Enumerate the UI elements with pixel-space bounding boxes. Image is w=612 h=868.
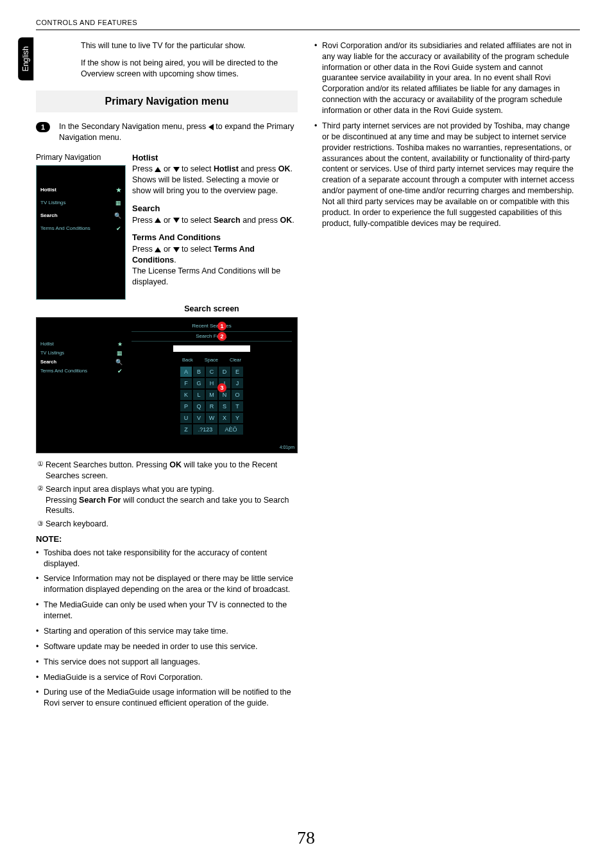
search-body: Press or to select Search and press OK. (132, 215, 298, 226)
step-badge-1: 1 (36, 122, 50, 132)
fig1-item-search: Search🔍 (40, 209, 121, 222)
arrow-down-icon (173, 167, 180, 172)
key-k: K (180, 390, 192, 400)
key-y: Y (232, 413, 243, 423)
key-f: F (180, 378, 192, 388)
note-1: Toshiba does not take responsibility for… (36, 548, 298, 569)
key-p: P (180, 401, 192, 412)
key-u: U (180, 413, 192, 423)
star-icon: ★ (117, 340, 123, 348)
tac-title: Terms And Conditions (132, 232, 298, 243)
note-4: Starting and operation of this service m… (36, 626, 298, 637)
search-icon: 🔍 (114, 210, 121, 221)
key-v: V (193, 413, 205, 423)
circled-3-icon: ③ (36, 519, 44, 527)
keyboard-bottom-row: Z .?123 AÈÖ (132, 424, 292, 435)
right-column: Rovi Corporation and/or its subsidiaries… (314, 40, 576, 713)
circled-1-icon: ① (36, 460, 44, 468)
key-j: J (232, 378, 243, 388)
ctrl-clear: Clear (230, 357, 241, 363)
check-icon: ✔ (117, 367, 123, 375)
step-1: 1 In the Secondary Navigation menu, pres… (36, 121, 298, 143)
tac-block: Terms And Conditions Press or to select … (132, 232, 298, 287)
note-heading: NOTE: (36, 534, 298, 545)
legend-1: ① Recent Searches button. Pressing OK wi… (36, 460, 298, 482)
key-g: G (193, 378, 205, 388)
arrow-down-icon (173, 218, 180, 223)
callout-2: 2 (217, 332, 226, 341)
note-3: The MediaGuide can only be used when you… (36, 600, 298, 621)
sf-side-search: Search🔍 (40, 358, 123, 367)
right-bullet-2: Third party internet services are not pr… (314, 121, 576, 229)
callout-1: 1 (217, 322, 226, 331)
legend-3: ③ Search keyboard. (36, 519, 298, 530)
search-title: Search (132, 203, 298, 214)
sf-side-tac: Terms And Conditions✔ (40, 367, 123, 376)
primary-nav-title: Primary Navigation menu (36, 91, 298, 112)
sf-side-tvlistings: TV Listings▦ (40, 349, 123, 358)
key-l: L (193, 390, 205, 400)
grid-icon: ▦ (115, 197, 121, 209)
key-h: H (206, 378, 217, 388)
recent-searches-bar: Recent Searches (132, 322, 292, 332)
ctrl-space: Space (205, 357, 218, 363)
legend-2: ② Search input area displays what you ar… (36, 484, 298, 517)
key-r: R (206, 401, 217, 412)
search-fig-keyboard-area: Recent Searches Search For ▲ Back Space … (126, 318, 297, 453)
key-b: B (193, 367, 205, 377)
key-z: Z (180, 424, 192, 435)
search-legend: ① Recent Searches button. Pressing OK wi… (36, 460, 298, 530)
content-columns: This will tune to live TV for the partic… (36, 40, 580, 713)
search-block: Search Press or to select Search and pre… (132, 203, 298, 225)
fig1-label: Primary Navigation (36, 152, 126, 162)
note-list: Toshiba does not take responsibility for… (36, 548, 298, 709)
search-fig-time: 4:01pm (280, 444, 294, 450)
arrow-down-icon (173, 247, 180, 252)
search-input-box (173, 345, 250, 352)
page-header: CONTROLS AND FEATURES (36, 18, 580, 30)
key-a: A (180, 367, 192, 377)
fig1-item-hotlist: Hotlist★ (40, 184, 121, 196)
page-number: 78 (0, 826, 612, 850)
fig1-item-tvlistings: TV Listings▦ (40, 196, 121, 209)
search-fig-side: Hotlist★ TV Listings▦ Search🔍 Terms And … (37, 318, 126, 453)
search-for-bar: Search For ▲ (132, 332, 292, 342)
primary-nav-figure: Primary Navigation Hotlist★ TV Listings▦… (36, 152, 126, 300)
step1-text-a: In the Secondary Navigation menu, press (59, 122, 208, 131)
fig1-box: Hotlist★ TV Listings▦ Search🔍 Terms And … (36, 165, 126, 300)
callout-3: 3 (217, 383, 226, 392)
legend-3-text: Search keyboard. (46, 519, 298, 530)
arrow-up-icon (155, 218, 161, 223)
key-m: M (206, 390, 217, 400)
search-screen-caption: Search screen (126, 304, 298, 315)
primary-nav-text: Hotlist Press or to select Hotlist and p… (132, 152, 298, 300)
arrow-up-icon (155, 247, 161, 252)
circled-2-icon: ② (36, 484, 44, 492)
primary-nav-detail: Primary Navigation Hotlist★ TV Listings▦… (36, 152, 298, 300)
note-6: This service does not support all langua… (36, 657, 298, 668)
fig1-item-tac: Terms And Conditions✔ (40, 222, 121, 235)
key-symbols: .?123 (193, 424, 217, 435)
intro-para-1: This will tune to live TV for the partic… (81, 40, 298, 51)
key-accents: AÈÖ (219, 424, 243, 435)
sf-side-hotlist: Hotlist★ (40, 340, 123, 349)
right-bullet-1: Rovi Corporation and/or its subsidiaries… (314, 40, 576, 116)
legend-2-text: Search input area displays what you are … (46, 484, 298, 517)
grid-icon: ▦ (117, 349, 123, 357)
right-bullet-list: Rovi Corporation and/or its subsidiaries… (314, 40, 576, 229)
key-d: D (219, 367, 230, 377)
legend-1-text: Recent Searches button. Pressing OK will… (46, 460, 298, 482)
key-e: E (232, 367, 243, 377)
tac-body: Press or to select Terms And Conditions.… (132, 244, 298, 288)
key-c: C (206, 367, 217, 377)
note-5: Software update may be needed in order t… (36, 641, 298, 652)
search-icon: 🔍 (115, 358, 123, 366)
key-s: S (219, 401, 230, 412)
note-2: Service Information may not be displayed… (36, 573, 298, 595)
check-icon: ✔ (116, 223, 121, 234)
hotlist-body: Press or to select Hotlist and press OK.… (132, 164, 298, 196)
key-o: O (232, 390, 243, 400)
hotlist-title: Hotlist (132, 152, 298, 164)
left-column: This will tune to live TV for the partic… (36, 40, 298, 713)
intro-para-2: If the show is not being aired, you will… (81, 58, 298, 80)
